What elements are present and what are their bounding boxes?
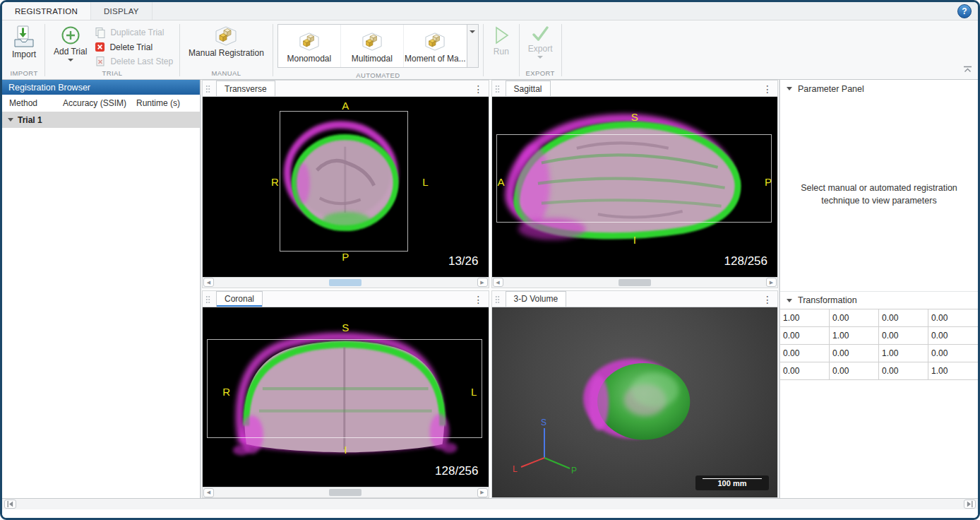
tab-3d-volume[interactable]: 3-D Volume [506,291,567,307]
parameter-panel-header[interactable]: Parameter Panel [780,80,978,98]
scroll-track[interactable] [215,278,477,288]
ribbon-section-trial: Add Trial Duplicate Trial [45,21,179,79]
skip-end-icon [967,501,973,507]
sagittal-scrollbar[interactable]: ◀ ▶ [492,277,778,288]
coronal-scrollbar[interactable]: ◀ ▶ [203,487,489,497]
transverse-canvas[interactable]: A R L P 13/26 [203,97,489,277]
orientation-label-inferior: I [633,234,636,246]
ribbon-section-export: Export EXPORT [520,21,561,79]
transverse-kebab-menu-icon[interactable]: ⋮ [474,84,484,94]
scroll-track[interactable] [504,278,766,288]
viewport-sagittal: Sagittal ⋮ [491,80,779,288]
matrix-cell: 0.00 [879,309,928,327]
section-label-export: EXPORT [520,69,561,79]
scroll-left-icon[interactable]: ◀ [203,278,214,287]
gallery-item-monomodal[interactable]: Monomodal [278,25,341,67]
tab-coronal[interactable]: Coronal [216,291,263,307]
collapse-ribbon-button[interactable] [963,63,972,76]
column-accuracy: Accuracy (SSIM) [63,98,136,108]
volume-canvas[interactable]: S P L 100 mm [492,307,778,498]
image-extent-frame [496,134,772,223]
scroll-right-icon[interactable]: ▶ [477,278,488,287]
skip-to-start-button[interactable] [4,500,16,509]
import-button[interactable]: Import [7,23,41,60]
run-button[interactable]: Run [487,23,515,57]
export-button[interactable]: Export [523,23,558,59]
scroll-thumb[interactable] [619,279,651,286]
scroll-track[interactable] [215,488,477,497]
orientation-label-anterior: A [342,100,349,112]
delete-last-step-label: Delete Last Step [110,57,173,66]
expander-icon[interactable] [8,118,13,122]
scale-bar-label: 100 mm [718,480,747,488]
matrix-cell: 0.00 [928,309,978,327]
sagittal-canvas[interactable]: S A P I 128/256 [492,97,778,277]
scroll-right-icon[interactable]: ▶ [766,278,777,287]
delete-trial-label: Delete Trial [109,42,153,52]
ribbon-section-run: Run [484,21,519,79]
skip-start-icon [7,501,13,507]
transformation-title: Transformation [798,295,857,305]
scroll-thumb[interactable] [329,279,361,286]
moment-of-mass-label: Moment of Ma... [405,54,466,64]
matrix-cell: 0.00 [879,362,928,380]
volume-tabstrip: 3-D Volume ⋮ [492,291,778,307]
collapse-arrow-icon [787,87,792,90]
matrix-cell: 0.00 [830,362,879,380]
gallery-item-moment-of-mass[interactable]: Moment of Ma... [404,25,467,67]
matrix-cell: 0.00 [879,327,928,345]
toolstrip-tabbar: REGISTRATION DISPLAY ? [2,2,978,20]
duplicate-trial-icon [95,27,106,38]
window-horizontal-scrollbar[interactable] [2,498,978,509]
matrix-cell: 0.00 [830,345,879,362]
scroll-left-icon[interactable]: ◀ [203,488,214,497]
orientation-label-right: R [222,386,230,398]
scroll-right-icon[interactable]: ▶ [477,488,488,497]
registration-browser-title: Registration Browser [2,80,200,95]
axis-label-left: L [513,464,518,474]
automated-gallery: Monomodal Multimodal [277,24,479,68]
tab-registration[interactable]: REGISTRATION [2,2,91,20]
manual-registration-button[interactable]: Manual Registration [184,23,269,59]
delete-last-step-icon [95,56,106,67]
panel-grip-icon [205,295,210,304]
help-button[interactable]: ? [957,4,972,18]
tab-display[interactable]: DISPLAY [91,2,153,20]
gallery-item-multimodal[interactable]: Multimodal [341,25,404,67]
transformation-header[interactable]: Transformation [780,291,978,309]
transverse-scrollbar[interactable]: ◀ ▶ [203,277,489,288]
add-trial-button[interactable]: Add Trial [49,23,92,62]
export-icon [531,25,549,42]
gallery-expand-button[interactable] [467,25,478,67]
orientation-label-left: L [422,175,428,187]
export-caret-icon [537,56,543,59]
viewport-3d-volume: 3-D Volume ⋮ S P [491,290,779,499]
delete-trial-button[interactable]: Delete Trial [95,42,173,52]
orientation-axes-icon: S P L [510,417,578,482]
multimodal-label: Multimodal [352,54,393,64]
volume-kebab-menu-icon[interactable]: ⋮ [763,295,772,305]
section-label-import: IMPORT [4,69,44,79]
duplicate-trial-button[interactable]: Duplicate Trial [95,27,173,38]
sagittal-kebab-menu-icon[interactable]: ⋮ [763,84,772,94]
image-extent-frame [280,111,408,252]
tab-sagittal[interactable]: Sagittal [506,81,551,96]
slice-counter: 128/256 [724,254,767,268]
window-footer [2,509,978,518]
scroll-thumb[interactable] [329,489,361,496]
import-icon [12,25,36,48]
coronal-kebab-menu-icon[interactable]: ⋮ [474,295,484,305]
slice-counter: 128/256 [435,464,478,478]
scroll-left-icon[interactable]: ◀ [493,278,503,287]
orientation-label-superior: S [342,321,349,333]
skip-to-end-button[interactable] [964,500,976,509]
ribbon-section-manual: Manual Registration MANUAL [180,21,273,79]
coronal-tabstrip: Coronal ⋮ [203,291,489,307]
delete-trial-icon [95,42,105,52]
section-label-manual: MANUAL [180,69,273,79]
trial-row[interactable]: Trial 1 [2,112,200,128]
tab-transverse[interactable]: Transverse [216,81,275,96]
delete-last-step-button[interactable]: Delete Last Step [95,56,173,67]
app-window: REGISTRATION DISPLAY ? Import IMPORT [0,0,980,520]
coronal-canvas[interactable]: S R L I 128/256 [203,307,489,488]
